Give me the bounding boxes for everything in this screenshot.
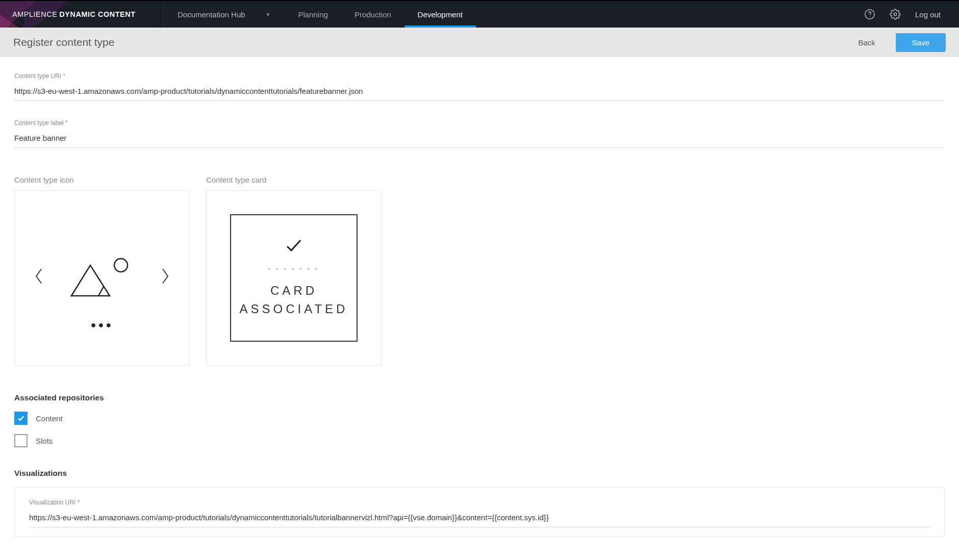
chevron-right-icon[interactable] <box>160 267 171 289</box>
check-icon <box>285 238 302 256</box>
content-type-label-input[interactable] <box>14 131 945 148</box>
content-type-uri-input[interactable] <box>14 84 945 101</box>
visualizations-section: Visualizations Visualization URI * <box>14 469 945 537</box>
dash-divider: - - - - - - - <box>268 265 319 272</box>
field-content-type-label: Content type label * <box>14 119 945 148</box>
content-type-label-label: Content type label * <box>14 119 945 126</box>
brand-bold: DYNAMIC CONTENT <box>59 10 135 18</box>
tab-development[interactable]: Development <box>405 1 476 28</box>
repo-slots-row: Slots <box>14 434 945 447</box>
content-type-icon-section: Content type icon <box>14 175 190 366</box>
tab-planning[interactable]: Planning <box>285 1 341 28</box>
content-type-uri-label: Content type URI * <box>14 72 945 80</box>
repo-slots-checkbox[interactable] <box>14 434 28 447</box>
page-body: Content type URI * Content type label * … <box>0 57 959 557</box>
card-associated-text: CARD ASSOCIATED <box>240 282 348 318</box>
subheader: Register content type Back Save <box>0 28 959 57</box>
visualizations-heading: Visualizations <box>14 469 945 478</box>
repo-content-checkbox[interactable] <box>14 412 28 425</box>
repo-content-label: Content <box>36 414 63 423</box>
content-type-icon-label: Content type icon <box>14 175 190 184</box>
associated-repositories-section: Associated repositories Content Slots <box>14 393 945 447</box>
field-content-type-uri: Content type URI * <box>14 72 945 101</box>
topbar: AMPLIENCE DYNAMIC CONTENT Documentation … <box>0 0 959 28</box>
visualization-entry: Visualization URI * <box>14 487 945 537</box>
help-icon[interactable] <box>864 9 875 20</box>
associated-card-graphic: - - - - - - - CARD ASSOCIATED <box>230 214 358 342</box>
hub-selector[interactable]: Documentation Hub ▼ <box>163 1 285 28</box>
gear-icon[interactable] <box>890 9 901 20</box>
brand-logo: AMPLIENCE DYNAMIC CONTENT <box>0 1 163 28</box>
subheader-actions: Back Save <box>858 33 946 52</box>
visualization-uri-label: Visualization URI * <box>29 499 930 506</box>
logout-link[interactable]: Log out <box>915 10 941 19</box>
caret-down-icon: ▼ <box>266 12 271 17</box>
tab-production[interactable]: Production <box>341 1 405 28</box>
svg-point-4 <box>869 16 870 17</box>
svg-point-5 <box>894 13 897 16</box>
content-type-card-section: Content type card - - - - - - - CARD ASS… <box>206 175 382 366</box>
main-tabs: Planning Production Development <box>285 1 476 28</box>
card-text-line2: ASSOCIATED <box>240 300 348 318</box>
brand-light: AMPLIENCE <box>12 10 57 18</box>
cards-row: Content type icon <box>14 175 945 366</box>
content-type-card-label: Content type card <box>206 175 382 184</box>
image-placeholder-icon <box>69 254 135 302</box>
card-text-line1: CARD <box>240 282 348 300</box>
content-type-icon-card[interactable]: ●●● <box>14 190 190 366</box>
page-title: Register content type <box>13 36 114 48</box>
carousel-dots-icon: ●●● <box>91 320 114 330</box>
svg-point-6 <box>114 259 128 272</box>
content-type-card-card[interactable]: - - - - - - - CARD ASSOCIATED <box>206 190 382 366</box>
associated-repositories-heading: Associated repositories <box>14 393 945 402</box>
topbar-right: Log out <box>864 1 959 28</box>
chevron-left-icon[interactable] <box>33 267 44 289</box>
hub-name: Documentation Hub <box>178 10 245 19</box>
repo-slots-label: Slots <box>36 437 53 445</box>
save-button[interactable]: Save <box>896 33 946 52</box>
visualization-uri-input[interactable] <box>29 510 930 527</box>
back-button[interactable]: Back <box>858 38 875 47</box>
repo-content-row: Content <box>14 412 945 425</box>
